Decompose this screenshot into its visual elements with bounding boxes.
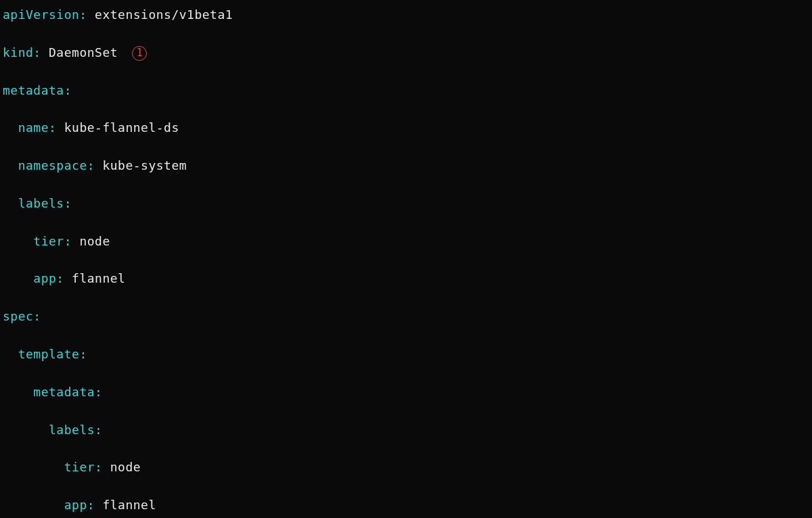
key-kind: kind:: [3, 45, 41, 60]
val-namespace: kube-system: [102, 158, 187, 172]
annotation-marker-1: 1: [132, 46, 147, 61]
yaml-code-block: apiVersion: extensions/v1beta1 kind: Dae…: [3, 5, 809, 518]
val-kind: DaemonSet: [49, 45, 118, 60]
key-metadata: metadata:: [3, 83, 72, 97]
key-name: name:: [18, 120, 57, 135]
key-template: template:: [18, 347, 87, 361]
key-template-tier: tier:: [64, 460, 103, 474]
val-template-tier: node: [110, 460, 141, 474]
key-apiVersion: apiVersion:: [3, 7, 87, 22]
key-template-labels: labels:: [49, 423, 102, 437]
key-spec: spec:: [3, 309, 41, 323]
key-template-app: app:: [64, 498, 95, 512]
key-namespace: namespace:: [18, 158, 95, 172]
val-name: kube-flannel-ds: [64, 120, 179, 135]
val-app: flannel: [72, 271, 125, 285]
key-labels: labels:: [18, 196, 72, 210]
key-template-metadata: metadata:: [33, 385, 102, 399]
key-tier: tier:: [33, 234, 72, 248]
val-template-app: flannel: [102, 498, 156, 512]
val-tier: node: [79, 234, 110, 248]
key-app: app:: [33, 271, 64, 285]
val-apiVersion: extensions/v1beta1: [95, 7, 233, 22]
